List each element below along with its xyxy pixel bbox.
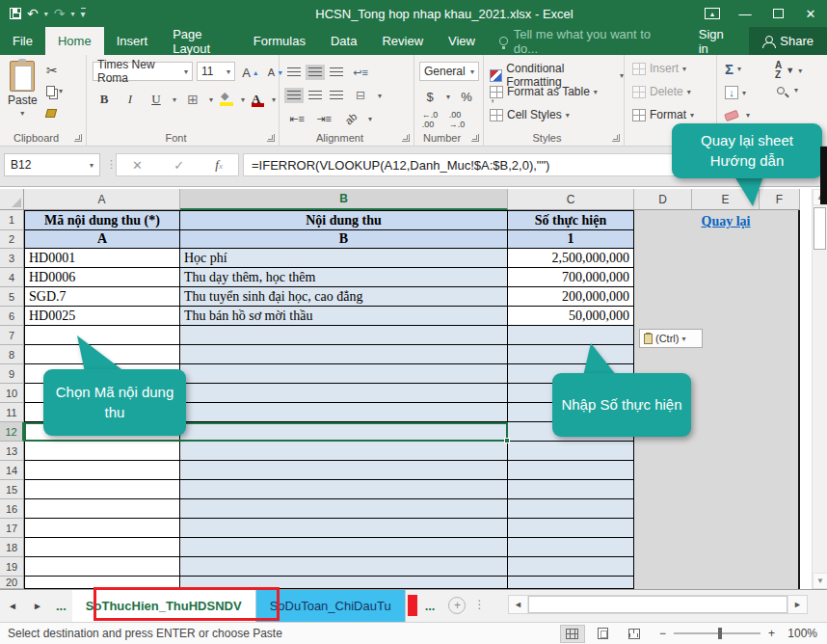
cell-B10[interactable] (180, 384, 508, 403)
underline-dropdown-icon[interactable]: ▾ (173, 95, 176, 104)
wrap-text-icon[interactable]: ↩≡ (351, 63, 370, 82)
undo-icon[interactable]: ↶ (27, 6, 39, 21)
horizontal-scroll-thumb[interactable] (528, 596, 787, 613)
cell-C1[interactable]: Số thực hiện (508, 210, 634, 230)
vertical-scroll-thumb[interactable] (814, 207, 826, 250)
sheet-tab-other[interactable]: SoDuToan_ChiDauTu (256, 590, 406, 622)
cell-B19[interactable] (180, 557, 508, 577)
orientation-icon[interactable]: ab (337, 105, 364, 132)
delete-cells-button[interactable]: Delete▾ (632, 85, 691, 98)
decrease-decimal-icon[interactable]: .00→.0 (447, 110, 467, 129)
new-sheet-button[interactable]: + (448, 597, 466, 614)
row-header-2[interactable]: 2 (0, 230, 24, 249)
insert-cells-button[interactable]: Insert▾ (632, 62, 686, 75)
row-header-9[interactable]: 9 (0, 364, 24, 384)
cell-B20[interactable] (180, 577, 508, 589)
cell-B12[interactable] (180, 422, 508, 442)
align-top-icon[interactable] (287, 67, 301, 77)
row-header-3[interactable]: 3 (0, 249, 24, 268)
sheet-nav-right-icon[interactable]: ► (25, 590, 50, 622)
enter-formula-icon[interactable]: ✓ (173, 158, 184, 173)
zoom-slider-thumb[interactable] (718, 628, 722, 639)
cell-B17[interactable] (180, 519, 508, 538)
normal-view-button[interactable] (560, 625, 585, 643)
ribbon-display-options-button[interactable]: ▴ (696, 0, 729, 27)
increase-decimal-icon[interactable]: ←.0.00 (420, 110, 440, 129)
row-header-8[interactable]: 8 (0, 345, 24, 364)
sheet-nav-left-icon[interactable]: ◄ (0, 590, 25, 622)
close-button[interactable]: ✕ (794, 0, 827, 27)
ribbon-tab-data[interactable]: Data (318, 27, 369, 55)
cell-C14[interactable] (508, 461, 634, 480)
sheet-tab-active[interactable]: SoThucHien_ThuHDSNDV (72, 590, 256, 622)
ribbon-tab-home[interactable]: Home (45, 27, 104, 55)
cell-C20[interactable] (508, 577, 634, 589)
fill-button[interactable]: ↓▾ (725, 86, 746, 99)
cell-A6[interactable]: HD0025 (24, 307, 180, 326)
borders-dropdown-icon[interactable]: ▾ (209, 95, 213, 104)
cancel-formula-icon[interactable]: ✕ (132, 158, 143, 173)
row-header-17[interactable]: 17 (0, 519, 24, 538)
underline-button[interactable]: U (147, 90, 166, 109)
cell-A3[interactable]: HD0001 (24, 249, 180, 268)
row-header-12[interactable]: 12 (0, 422, 24, 442)
sheet-tabs-overflow-right[interactable]: ... (419, 590, 441, 622)
percent-style-icon[interactable]: % (457, 87, 476, 106)
cell-B4[interactable]: Thu dạy thêm, học thêm (180, 268, 508, 287)
merge-dropdown-icon[interactable]: ▾ (378, 92, 382, 100)
cell-A5[interactable]: SGD.7 (24, 287, 180, 307)
align-center-icon[interactable] (308, 91, 322, 100)
column-header-D[interactable]: D (634, 189, 692, 210)
row-header-20[interactable]: 20 (0, 577, 24, 589)
decrease-indent-icon[interactable]: ⇤≡ (287, 109, 307, 128)
cell-styles-button[interactable]: Cell Styles▾ (490, 108, 570, 121)
cell-B3[interactable]: Học phí (180, 249, 508, 268)
row-header-14[interactable]: 14 (0, 461, 24, 480)
cell-A1[interactable]: Mã nội dung thu (*) (24, 210, 180, 230)
format-as-table-button[interactable]: Format as Table▾ (490, 85, 598, 98)
ribbon-tab-review[interactable]: Review (369, 27, 436, 55)
sheet-tabs-overflow-left[interactable]: ... (50, 590, 72, 622)
cell-C18[interactable] (508, 538, 634, 557)
cell-A17[interactable] (24, 519, 180, 538)
row-header-10[interactable]: 10 (0, 384, 24, 403)
cell-A2[interactable]: A (24, 230, 180, 249)
cell-A20[interactable] (24, 577, 180, 589)
vertical-scrollbar[interactable]: ▲ ▼ (812, 189, 827, 589)
quay-lai-link[interactable]: Quay lại (692, 214, 760, 229)
cell-B6[interactable]: Thu bán hồ sơ mời thầu (180, 307, 508, 326)
paste-dropdown-icon[interactable]: ▾ (20, 109, 24, 118)
qat-customize-icon[interactable]: ▾ (81, 8, 86, 19)
row-header-15[interactable]: 15 (0, 480, 24, 499)
row-header-4[interactable]: 4 (0, 268, 24, 287)
format-cells-button[interactable]: Format▾ (632, 108, 694, 121)
cell-C4[interactable]: 700,000,000 (508, 268, 634, 287)
zoom-in-button[interactable]: + (768, 627, 775, 640)
insert-function-icon[interactable]: fx (215, 157, 223, 173)
merge-center-icon[interactable]: ⊟ (351, 86, 370, 105)
cell-C15[interactable] (508, 480, 634, 499)
maximize-button[interactable] (761, 0, 794, 27)
column-header-F[interactable]: F (760, 189, 800, 210)
font-name-combo[interactable]: Times New Roma▾ (93, 62, 193, 81)
cell-A18[interactable] (24, 538, 180, 557)
find-select-button[interactable]: ▾ (777, 86, 798, 94)
fill-color-icon[interactable] (220, 93, 234, 106)
cell-C13[interactable] (508, 442, 634, 461)
format-painter-button[interactable] (46, 109, 56, 118)
paste-options-dropdown-icon[interactable]: ▾ (681, 335, 685, 343)
horizontal-scrollbar[interactable]: ◄ ► (508, 595, 808, 614)
cell-B5[interactable]: Thu tuyển sinh đại học, cao đẳng (180, 287, 508, 307)
cell-C6[interactable]: 50,000,000 (508, 307, 634, 326)
cell-A15[interactable] (24, 480, 180, 499)
cut-button[interactable]: ✂ (46, 63, 58, 78)
accounting-format-icon[interactable]: $ (420, 87, 440, 106)
cell-B15[interactable] (180, 480, 508, 499)
save-icon[interactable] (10, 8, 21, 19)
font-color-dropdown-icon[interactable]: ▾ (272, 95, 276, 104)
cell-C3[interactable]: 2,500,000,000 (508, 249, 634, 268)
zoom-slider[interactable] (674, 632, 760, 634)
row-header-6[interactable]: 6 (0, 307, 24, 326)
cell-B18[interactable] (180, 538, 508, 557)
ribbon-tab-insert[interactable]: Insert (104, 27, 161, 55)
